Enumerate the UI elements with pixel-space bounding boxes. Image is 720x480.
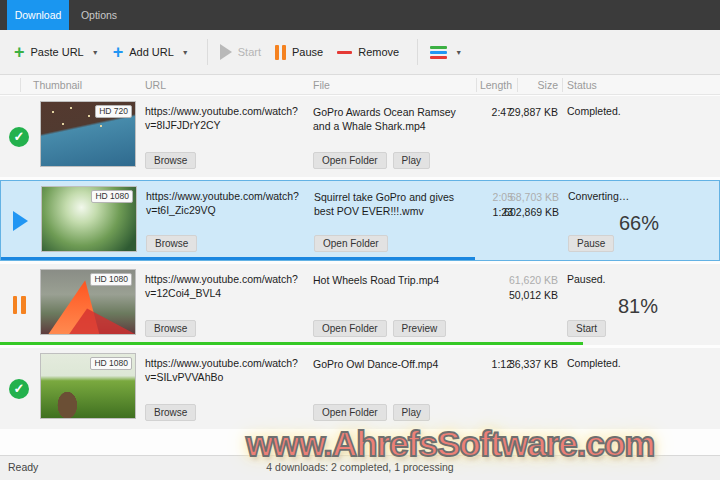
- status-text: Paused.: [567, 273, 707, 285]
- quality-badge: HD 720: [95, 105, 132, 118]
- remove-button[interactable]: Remove: [337, 46, 399, 58]
- browse-button[interactable]: Browse: [145, 404, 196, 421]
- status-text: Completed.: [567, 357, 707, 369]
- video-thumbnail: HD 1080: [40, 269, 136, 335]
- size-value: 29,887 KB: [496, 105, 558, 120]
- pause-label: Pause: [292, 46, 323, 58]
- column-divider: [517, 78, 518, 92]
- downloading-play-icon: [13, 211, 28, 231]
- pause-button[interactable]: Pause: [275, 45, 323, 60]
- play-icon: [220, 44, 232, 60]
- table-row[interactable]: ✓ HD 720 https://www.youtube.com/watch?v…: [0, 96, 720, 177]
- quality-badge: HD 1080: [91, 190, 133, 203]
- file-name: GoPro Owl Dance-Off.mp4: [313, 357, 465, 371]
- toolbar-divider: [207, 39, 208, 65]
- open-folder-button[interactable]: Open Folder: [314, 235, 388, 252]
- tab-bar: Download Options: [0, 0, 720, 30]
- video-url: https://www.youtube.com/watch?v=12Coi4_B…: [145, 273, 307, 300]
- start-button[interactable]: Start: [220, 44, 261, 60]
- toolbar: + Paste URL ▼ + Add URL ▼ Start Pause Re…: [0, 30, 720, 75]
- column-divider: [562, 78, 563, 92]
- app-window: Download Options + Paste URL ▼ + Add URL…: [0, 0, 720, 480]
- column-header-thumbnail[interactable]: Thumbnail: [33, 79, 82, 91]
- completed-check-icon: ✓: [9, 379, 29, 399]
- tab-options[interactable]: Options: [69, 0, 129, 30]
- progress-percent: 81%: [598, 295, 678, 318]
- size-total: 61,620 KB: [496, 273, 558, 288]
- plus-icon: +: [14, 45, 25, 59]
- plus-icon: +: [113, 45, 124, 59]
- size-downloaded: 68,703 KB: [497, 190, 559, 205]
- row-state: [7, 181, 33, 260]
- watermark-text: www.AhrefsSoftware.com: [246, 424, 654, 464]
- column-header-file[interactable]: File: [313, 79, 330, 91]
- row-state: ✓: [6, 96, 32, 177]
- browse-button[interactable]: Browse: [146, 235, 197, 252]
- open-folder-button[interactable]: Open Folder: [313, 404, 387, 421]
- chevron-down-icon[interactable]: ▼: [92, 49, 99, 56]
- column-header-url[interactable]: URL: [145, 79, 166, 91]
- download-list: ✓ HD 720 https://www.youtube.com/watch?v…: [0, 95, 720, 455]
- add-url-button[interactable]: + Add URL ▼: [113, 45, 189, 59]
- pause-row-button[interactable]: Pause: [568, 235, 614, 252]
- file-name: Squirrel take GoPro and gives best POV E…: [314, 190, 466, 218]
- start-row-button[interactable]: Start: [567, 320, 606, 337]
- quality-badge: HD 1080: [90, 357, 132, 370]
- add-url-label: Add URL: [129, 46, 174, 58]
- table-header: Thumbnail URL File Length Size Status: [0, 75, 720, 95]
- row-state: ✓: [6, 348, 32, 429]
- row-state: [6, 264, 32, 345]
- video-url: https://www.youtube.com/watch?v=SILvPVVA…: [145, 357, 307, 384]
- completed-check-icon: ✓: [9, 127, 29, 147]
- paste-url-button[interactable]: + Paste URL ▼: [14, 45, 99, 59]
- chevron-down-icon[interactable]: ▼: [182, 49, 189, 56]
- preview-button[interactable]: Preview: [393, 320, 447, 337]
- play-button[interactable]: Play: [393, 152, 430, 169]
- paused-icon: [13, 296, 26, 314]
- status-text: Completed.: [567, 105, 707, 117]
- file-name: Hot Wheels Road Trip.mp4: [313, 273, 465, 287]
- column-divider: [20, 78, 21, 92]
- column-divider: [476, 78, 477, 92]
- browse-button[interactable]: Browse: [145, 320, 196, 337]
- video-url: https://www.youtube.com/watch?v=t6I_Zic2…: [146, 190, 308, 217]
- quality-badge: HD 1080: [90, 273, 132, 286]
- hamburger-menu-icon: [430, 44, 447, 61]
- start-label: Start: [238, 46, 261, 58]
- video-thumbnail: HD 720: [40, 101, 136, 167]
- open-folder-button[interactable]: Open Folder: [313, 152, 387, 169]
- size-total: 602,869 KB: [497, 205, 559, 220]
- size-value: 36,337 KB: [496, 357, 558, 372]
- play-button[interactable]: Play: [393, 404, 430, 421]
- remove-label: Remove: [358, 46, 399, 58]
- column-header-size[interactable]: Size: [496, 79, 558, 91]
- chevron-down-icon[interactable]: ▼: [455, 49, 462, 56]
- file-name: GoPro Awards Ocean Ramsey and a Whale Sh…: [313, 105, 465, 133]
- remove-icon: [337, 51, 352, 54]
- menu-button[interactable]: ▼: [430, 44, 462, 61]
- column-header-status[interactable]: Status: [567, 79, 597, 91]
- table-row[interactable]: HD 1080 https://www.youtube.com/watch?v=…: [0, 264, 720, 345]
- progress-bar: [1, 257, 475, 260]
- tab-download[interactable]: Download: [7, 0, 69, 30]
- toolbar-divider: [417, 39, 418, 65]
- size-downloaded: 50,012 KB: [496, 288, 558, 303]
- status-text: Converting…: [568, 190, 708, 202]
- open-folder-button[interactable]: Open Folder: [313, 320, 387, 337]
- table-row[interactable]: ✓ HD 1080 https://www.youtube.com/watch?…: [0, 348, 720, 429]
- browse-button[interactable]: Browse: [145, 152, 196, 169]
- video-thumbnail: HD 1080: [41, 186, 137, 252]
- video-thumbnail: HD 1080: [40, 353, 136, 419]
- progress-percent: 66%: [599, 212, 679, 235]
- table-row[interactable]: HD 1080 https://www.youtube.com/watch?v=…: [0, 180, 720, 261]
- paste-url-label: Paste URL: [31, 46, 84, 58]
- video-url: https://www.youtube.com/watch?v=8IJFJDrY…: [145, 105, 307, 132]
- pause-icon: [275, 45, 286, 60]
- progress-bar: [0, 342, 583, 345]
